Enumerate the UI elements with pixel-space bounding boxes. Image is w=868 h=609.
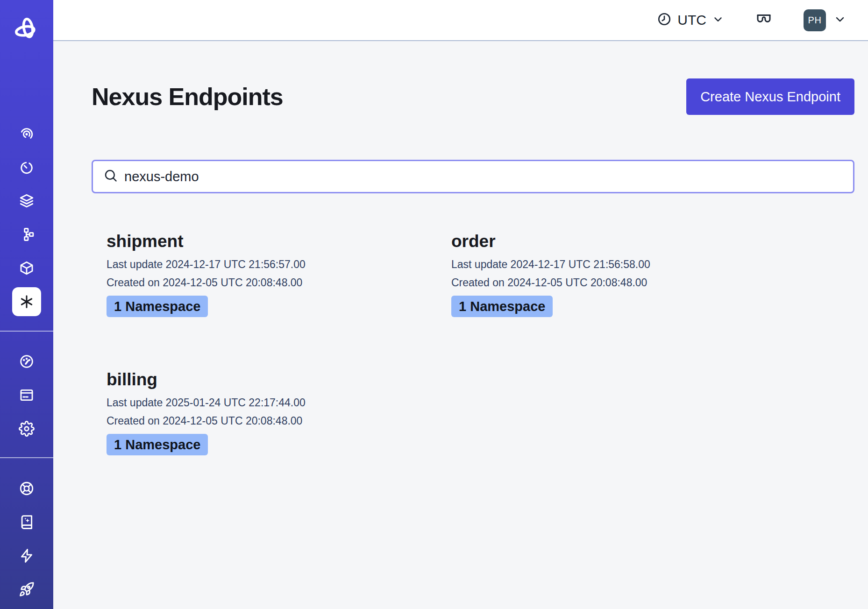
rocket-icon — [19, 581, 35, 597]
gear-icon — [19, 421, 35, 437]
sidebar-item-settings[interactable] — [0, 412, 53, 446]
search-icon — [103, 168, 118, 185]
chevron-down-icon — [833, 13, 847, 28]
sidebar-item-workflows[interactable] — [0, 117, 53, 150]
endpoint-last-update: Last update 2024-12-17 UTC 21:56:58.00 — [451, 255, 766, 274]
main-panel: UTC PH — [53, 0, 868, 609]
namespace-count-badge: 1 Namespace — [107, 434, 208, 455]
sidebar-item-quickstart[interactable] — [0, 539, 53, 573]
endpoint-created-on: Created on 2024-12-05 UTC 20:08:48.00 — [451, 274, 766, 292]
sidebar — [0, 0, 53, 609]
labs-mode-button[interactable] — [755, 11, 773, 30]
gauge-icon — [19, 354, 35, 369]
sidebar-item-billing[interactable] — [0, 378, 53, 412]
sidebar-account-nav — [0, 345, 53, 446]
temporal-logo-icon[interactable] — [13, 16, 40, 43]
sidebar-item-docs[interactable] — [0, 505, 53, 539]
timezone-label: UTC — [677, 12, 706, 28]
clock-icon — [657, 12, 672, 28]
endpoint-created-on: Created on 2024-12-05 UTC 20:08:48.00 — [107, 412, 421, 430]
endpoint-name: shipment — [107, 231, 421, 252]
endpoint-name: order — [451, 231, 766, 252]
namespace-count-badge: 1 Namespace — [451, 296, 553, 317]
create-nexus-endpoint-button[interactable]: Create Nexus Endpoint — [686, 78, 854, 115]
sidebar-item-support[interactable] — [0, 472, 53, 505]
orbit-icon — [19, 126, 35, 142]
timezone-selector[interactable]: UTC — [657, 12, 724, 28]
timer-icon — [19, 159, 35, 175]
sidebar-footer-nav — [0, 472, 53, 606]
sidebar-divider — [0, 457, 53, 458]
title-row: Nexus Endpoints Create Nexus Endpoint — [92, 78, 854, 115]
sidebar-item-namespaces[interactable] — [0, 184, 53, 218]
endpoint-card-shipment[interactable]: shipment Last update 2024-12-17 UTC 21:5… — [92, 231, 436, 317]
sidebar-divider — [0, 331, 53, 332]
sidebar-item-usage[interactable] — [0, 345, 53, 378]
page-title: Nexus Endpoints — [92, 83, 283, 111]
endpoint-name: billing — [107, 369, 421, 390]
invoice-card-icon — [19, 387, 35, 403]
lifebuoy-icon — [19, 481, 35, 496]
endpoint-card-billing[interactable]: billing Last update 2025-01-24 UTC 22:17… — [92, 369, 436, 455]
avatar: PH — [804, 9, 826, 31]
top-header: UTC PH — [53, 0, 868, 41]
sidebar-item-schedules[interactable] — [0, 150, 53, 184]
chevron-down-icon — [712, 13, 724, 27]
docs-book-icon — [19, 514, 35, 530]
graph-icon — [19, 227, 35, 242]
app-window: UTC PH — [0, 0, 868, 609]
user-menu[interactable]: PH — [804, 9, 847, 31]
endpoint-created-on: Created on 2024-12-05 UTC 20:08:48.00 — [107, 274, 421, 292]
endpoint-last-update: Last update 2024-12-17 UTC 21:56:57.00 — [107, 255, 421, 274]
cube-icon — [19, 260, 35, 276]
endpoint-card-order[interactable]: order Last update 2024-12-17 UTC 21:56:5… — [436, 231, 781, 317]
lightning-icon — [19, 548, 35, 564]
page-content: Nexus Endpoints Create Nexus Endpoint sh… — [53, 41, 868, 609]
sidebar-item-deployments[interactable] — [0, 218, 53, 251]
sidebar-item-getting-started[interactable] — [0, 573, 53, 606]
endpoint-last-update: Last update 2025-01-24 UTC 22:17:44.00 — [107, 394, 421, 412]
nexus-asterisk-icon — [12, 287, 41, 316]
namespace-count-badge: 1 Namespace — [107, 296, 208, 317]
glasses-icon — [755, 11, 773, 30]
layers-icon — [19, 193, 35, 209]
search-box — [92, 160, 854, 193]
endpoint-list: shipment Last update 2024-12-17 UTC 21:5… — [92, 231, 854, 455]
sidebar-item-services[interactable] — [0, 251, 53, 285]
sidebar-item-nexus[interactable] — [0, 285, 53, 319]
sidebar-primary-nav — [0, 117, 53, 319]
search-input[interactable] — [124, 169, 843, 184]
